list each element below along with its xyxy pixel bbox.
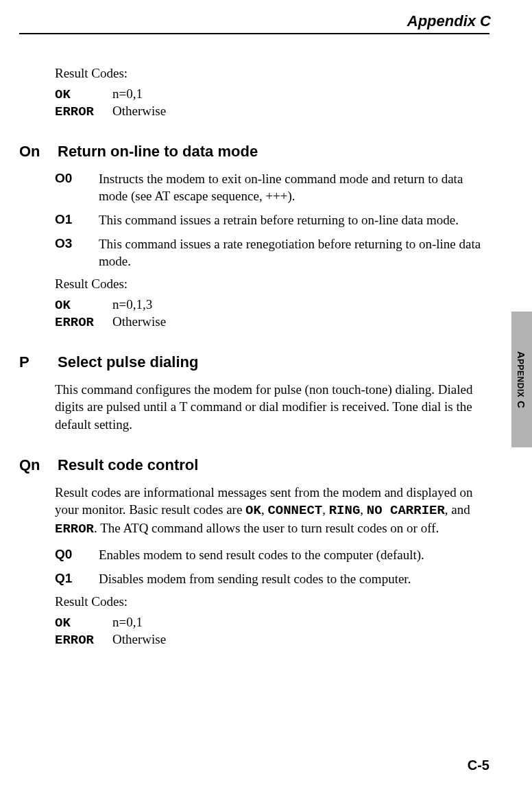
result-desc: n=0,1 bbox=[112, 615, 143, 630]
result-row: OK n=0,1,3 bbox=[55, 297, 489, 313]
command-desc: Disables modem from sending result codes… bbox=[99, 570, 489, 587]
result-desc: n=0,1 bbox=[112, 86, 143, 102]
section-title: Select pulse dialing bbox=[58, 353, 198, 371]
section-code: Qn bbox=[19, 456, 43, 474]
result-code: ERROR bbox=[55, 315, 100, 330]
command-key: O0 bbox=[55, 170, 78, 204]
command-key: Q1 bbox=[55, 570, 78, 587]
result-code: OK bbox=[55, 298, 100, 313]
result-desc: n=0,1,3 bbox=[112, 297, 152, 312]
command-row: Q1 Disables modem from sending result co… bbox=[55, 570, 489, 587]
header-appendix: Appendix C bbox=[19, 12, 491, 30]
code-literal: ERROR bbox=[55, 521, 94, 537]
command-key: Q0 bbox=[55, 546, 78, 563]
code-literal: CONNECT bbox=[267, 503, 322, 518]
result-desc: Otherwise bbox=[112, 314, 166, 329]
result-desc: Otherwise bbox=[112, 104, 166, 119]
result-code: OK bbox=[55, 615, 100, 631]
header-rule bbox=[19, 33, 489, 34]
section-code: P bbox=[19, 353, 43, 371]
result-row: ERROR Otherwise bbox=[55, 314, 489, 330]
code-literal: OK bbox=[245, 503, 261, 518]
result-codes-label: Result Codes: bbox=[55, 66, 489, 81]
result-row: ERROR Otherwise bbox=[55, 632, 489, 648]
section-title: Result code control bbox=[58, 456, 198, 474]
result-code: OK bbox=[55, 87, 100, 102]
section-title: Return on-line to data mode bbox=[58, 143, 258, 161]
command-key: O1 bbox=[55, 211, 78, 228]
result-desc: Otherwise bbox=[112, 632, 166, 647]
result-codes-label: Result Codes: bbox=[55, 594, 489, 609]
command-row: O0 Instructs the modem to exit on-line c… bbox=[55, 170, 489, 204]
section-code: On bbox=[19, 143, 43, 161]
result-codes-label: Result Codes: bbox=[55, 277, 489, 292]
side-tab: APPENDIX C bbox=[511, 312, 532, 447]
command-key: O3 bbox=[55, 235, 78, 270]
code-literal: NO CARRIER bbox=[367, 503, 445, 518]
side-tab-label: APPENDIX C bbox=[516, 351, 528, 408]
para-part: . The ATQ command allows the user to tur… bbox=[94, 521, 439, 535]
command-row: O3 This command issues a rate renegotiat… bbox=[55, 235, 489, 270]
section-paragraph: This command configures the modem for pu… bbox=[55, 381, 489, 432]
command-desc: This command issues a retrain before ret… bbox=[99, 211, 489, 228]
result-row: OK n=0,1 bbox=[55, 615, 489, 631]
result-code: ERROR bbox=[55, 104, 100, 119]
result-row: ERROR Otherwise bbox=[55, 104, 489, 119]
section-heading: P Select pulse dialing bbox=[19, 353, 489, 371]
result-row: OK n=0,1 bbox=[55, 86, 489, 102]
command-desc: This command issues a rate renegotiation… bbox=[99, 235, 489, 270]
command-row: O1 This command issues a retrain before … bbox=[55, 211, 489, 228]
section-paragraph: Result codes are informational messages … bbox=[55, 484, 489, 538]
command-desc: Instructs the modem to exit on-line comm… bbox=[99, 170, 489, 204]
page-number: C-5 bbox=[468, 758, 489, 773]
code-literal: RING bbox=[329, 503, 361, 518]
section-heading: Qn Result code control bbox=[19, 456, 489, 474]
command-desc: Enables modem to send result codes to th… bbox=[99, 546, 489, 563]
command-row: Q0 Enables modem to send result codes to… bbox=[55, 546, 489, 563]
section-heading: On Return on-line to data mode bbox=[19, 143, 489, 161]
result-code: ERROR bbox=[55, 633, 100, 648]
